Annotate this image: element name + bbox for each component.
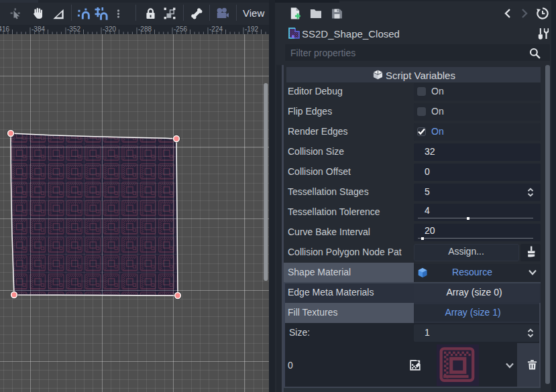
svg-text:-224: -224 [209, 25, 223, 33]
svg-text:-256: -256 [174, 25, 187, 33]
svg-text:-384: -384 [32, 25, 45, 33]
svg-text:-288: -288 [138, 25, 152, 33]
svg-text:-352: -352 [67, 25, 80, 33]
svg-text:-416: -416 [0, 25, 9, 33]
svg-text:-192: -192 [245, 25, 258, 33]
svg-text:-320: -320 [103, 25, 116, 33]
